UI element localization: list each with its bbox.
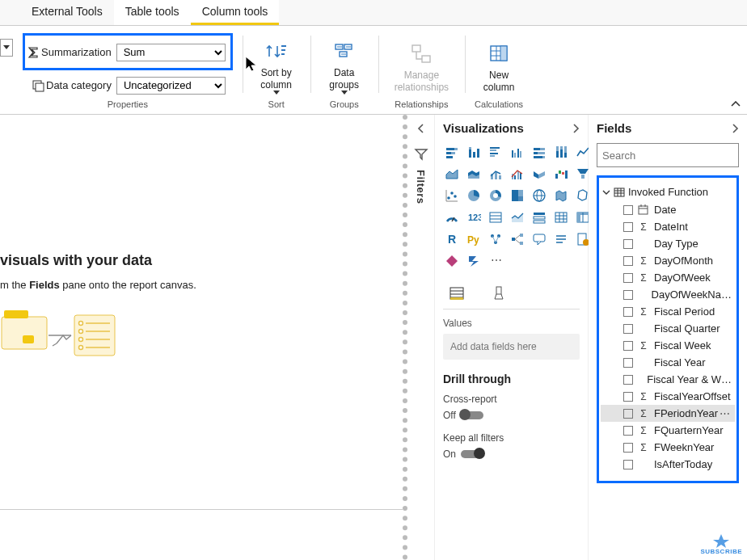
viz-stacked-bar[interactable]	[443, 143, 461, 161]
tab-column-tools[interactable]: Column tools	[191, 0, 280, 25]
viz-narrative[interactable]	[552, 230, 570, 248]
field-checkbox[interactable]	[623, 222, 633, 232]
viz-treemap[interactable]	[509, 187, 526, 204]
field-checkbox[interactable]	[623, 307, 633, 317]
summarization-select[interactable]: Sum	[116, 44, 226, 61]
viz-key-influencers[interactable]	[487, 230, 504, 248]
report-canvas[interactable]: visuals with your data m the Fields pane…	[0, 115, 407, 560]
data-groups-button[interactable]: Data groups	[320, 33, 369, 99]
field-item[interactable]: Date	[601, 201, 735, 218]
viz-filled-map[interactable]	[552, 187, 570, 204]
field-item[interactable]: Day Type	[601, 235, 735, 252]
manage-relationships-button[interactable]: Manage relationships	[388, 36, 455, 96]
filters-expand-button[interactable]	[417, 123, 425, 134]
viz-multi-card[interactable]	[487, 208, 504, 226]
field-checkbox[interactable]	[623, 256, 633, 266]
viz-ribbon[interactable]	[530, 165, 548, 183]
viz-line-stacked-column[interactable]	[487, 165, 504, 183]
field-item[interactable]: ΣDayOfMonth	[601, 252, 735, 269]
tab-table-tools[interactable]: Table tools	[114, 0, 191, 25]
visualization-gallery: 123 R Py ⋯	[443, 143, 580, 270]
field-checkbox[interactable]	[623, 409, 633, 419]
svg-rect-87	[490, 213, 501, 222]
viz-line-clustered-column[interactable]	[509, 165, 526, 183]
fields-collapse-button[interactable]	[731, 123, 739, 134]
name-dropdown-cutoff[interactable]	[0, 39, 13, 57]
ribbon-collapse-button[interactable]	[731, 101, 741, 107]
viz-waterfall[interactable]	[552, 165, 570, 183]
viz-clustered-bar[interactable]	[487, 143, 504, 161]
field-checkbox[interactable]	[623, 426, 633, 436]
field-item[interactable]: ΣFiscal Week	[601, 337, 735, 354]
viz-map[interactable]	[530, 187, 548, 204]
field-item[interactable]: ΣFiscalYearOffset	[601, 388, 735, 405]
viz-card[interactable]: 123	[465, 208, 483, 226]
field-checkbox[interactable]	[623, 460, 633, 469]
viz-slicer[interactable]	[530, 208, 548, 226]
field-checkbox[interactable]	[623, 290, 633, 300]
viz-powerautomate[interactable]	[465, 252, 483, 270]
viz-100-stacked-column[interactable]	[552, 143, 570, 161]
field-checkbox[interactable]	[623, 324, 633, 334]
field-item[interactable]: ΣFWeeknYear	[601, 439, 735, 456]
fields-pane: Fields Invoked Function DateΣDateIntDay …	[589, 115, 747, 560]
visualizations-collapse-button[interactable]	[572, 123, 580, 134]
field-item[interactable]: DayOfWeekNa…	[601, 286, 735, 303]
viz-stacked-area[interactable]	[465, 165, 483, 183]
svg-rect-3	[281, 49, 285, 51]
field-checkbox[interactable]	[623, 375, 633, 385]
subscribe-badge[interactable]: SUBSCRIBE	[700, 530, 742, 555]
viz-get-more[interactable]: ⋯	[487, 252, 504, 270]
field-item[interactable]: Fiscal Year	[601, 354, 735, 371]
viz-decomposition[interactable]	[509, 230, 526, 248]
viz-stacked-column[interactable]	[465, 143, 483, 161]
field-checkbox[interactable]	[623, 392, 633, 402]
field-checkbox[interactable]	[623, 273, 633, 283]
viz-scatter[interactable]	[443, 187, 461, 204]
calendar-icon	[638, 204, 649, 215]
tab-external-tools[interactable]: External Tools	[20, 0, 114, 25]
viz-pie[interactable]	[465, 187, 483, 204]
field-checkbox[interactable]	[623, 443, 633, 453]
field-item[interactable]: ΣFPeriodnYear	[601, 405, 735, 422]
field-item[interactable]: Fiscal Year & W…	[601, 371, 735, 388]
data-category-select[interactable]: Uncategorized	[116, 77, 226, 95]
viz-donut[interactable]	[487, 187, 504, 204]
svg-rect-32	[446, 152, 451, 154]
field-checkbox[interactable]	[623, 205, 633, 215]
viz-area[interactable]	[443, 165, 461, 183]
fields-search[interactable]	[597, 143, 739, 167]
viz-py[interactable]: Py	[465, 230, 483, 248]
filters-label: Filters	[415, 170, 427, 204]
viz-qa[interactable]	[530, 230, 548, 248]
field-item[interactable]: ΣDayOfWeek	[601, 269, 735, 286]
viz-fields-tab[interactable]	[448, 284, 466, 302]
values-dropzone[interactable]: Add data fields here	[443, 334, 580, 360]
field-item[interactable]: Fiscal Quarter	[601, 320, 735, 337]
field-checkbox[interactable]	[623, 341, 633, 351]
viz-gauge[interactable]	[443, 208, 461, 226]
sort-by-column-button[interactable]: Sort by column	[252, 33, 301, 99]
keep-filters-toggle[interactable]: On	[443, 448, 580, 460]
viz-kpi[interactable]	[509, 208, 526, 226]
field-checkbox[interactable]	[623, 358, 633, 368]
viz-powerapps[interactable]	[443, 252, 461, 270]
field-item[interactable]: ΣFiscal Period	[601, 303, 735, 320]
table-node-invoked-function[interactable]: Invoked Function	[601, 183, 735, 201]
field-item[interactable]: ΣFQuarternYear	[601, 422, 735, 439]
field-name-label: Fiscal Year	[654, 356, 706, 368]
new-column-button[interactable]: New column	[475, 36, 523, 96]
sigma-icon: Σ	[638, 272, 649, 284]
cross-report-toggle[interactable]: Off	[443, 410, 580, 421]
viz-clustered-column[interactable]	[509, 143, 526, 161]
field-item[interactable]: IsAfterToday	[601, 456, 735, 473]
viz-table[interactable]	[552, 208, 570, 226]
field-item[interactable]: ΣDateInt	[601, 218, 735, 235]
viz-format-tab[interactable]	[490, 284, 508, 302]
field-checkbox[interactable]	[623, 239, 633, 249]
viz-r[interactable]: R	[443, 230, 461, 248]
viz-100-stacked-bar[interactable]	[530, 143, 548, 161]
canvas-hint-graphic	[0, 307, 196, 364]
svg-rect-93	[555, 213, 567, 222]
fields-search-input[interactable]	[602, 149, 738, 162]
